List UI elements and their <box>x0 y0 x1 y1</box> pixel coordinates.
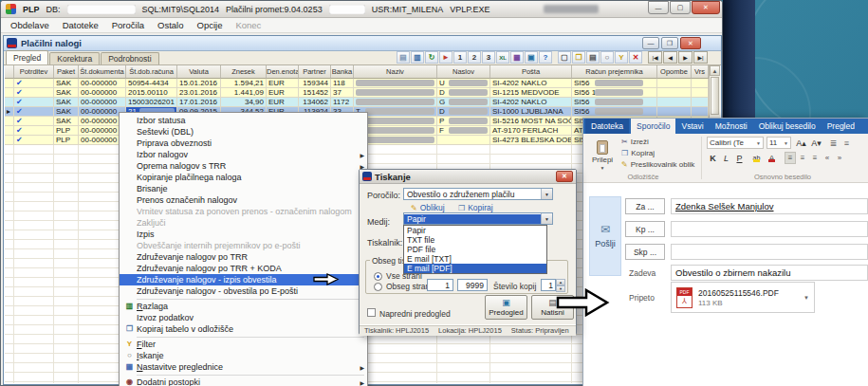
spin-up-icon[interactable]: ▲ <box>556 279 565 285</box>
new-record-icon[interactable]: ▢ <box>558 51 571 64</box>
menu-item-obve-anje-internih-prejemnikov-p[interactable]: Obveščanje internih prejemnikov po e-poš… <box>120 240 367 251</box>
email-tab-datoteka[interactable]: Datoteka <box>585 119 629 134</box>
print-preview-icon[interactable]: ▥ <box>411 51 424 64</box>
check-icon[interactable]: ✔ <box>16 107 23 116</box>
send-button[interactable]: ✉ Pošlji <box>589 196 621 276</box>
range-to-input[interactable]: 9999 <box>457 279 488 291</box>
child-close-button[interactable]: ✕ <box>680 37 701 49</box>
email-tab-sporo-ilo[interactable]: Sporočilo <box>631 119 675 134</box>
scroll-up-icon[interactable]: ▲ <box>710 65 720 76</box>
format-painter-button[interactable]: ✎ Preslikovalnik oblik <box>621 160 694 169</box>
check-icon[interactable]: ✔ <box>16 98 23 106</box>
tab-korektura[interactable]: Korektura <box>49 52 100 64</box>
menu-item-razlaga[interactable]: ▥Razlaga▶ <box>120 301 367 312</box>
filter-2-button[interactable]: 2 <box>468 51 481 64</box>
menu-item-kopiranje-pla-ilnega-naloga[interactable]: Kopiranje plačilnega naloga <box>120 172 367 183</box>
monitor-icon[interactable]: ▣ <box>525 51 538 64</box>
menubar-item-obdelave[interactable]: Obdelave <box>5 19 55 31</box>
chevron-down-icon[interactable]: ▼ <box>803 295 809 301</box>
to-field[interactable]: Zdenka Selšek Manjulov <box>671 198 868 214</box>
print-dialog-titlebar[interactable]: Tiskanje ✕ <box>360 170 576 184</box>
media-combobox[interactable]: Papir ▼ <box>403 212 553 225</box>
media-option-e-mail-pdf[interactable]: E mail [PDF] <box>404 264 546 273</box>
email-tab-oblikuj-besedilo[interactable]: Oblikuj besedilo <box>753 119 822 134</box>
menu-item-izbor-statusa[interactable]: Izbor statusa <box>120 115 367 126</box>
cc-button[interactable]: Kp ... <box>625 221 665 237</box>
align-center-icon[interactable]: ≡ <box>797 152 808 164</box>
email-tab-mo-nosti[interactable]: Možnosti <box>710 119 753 134</box>
scrollbar-thumb[interactable] <box>711 77 719 115</box>
email-tab-vstavi[interactable]: Vstavi <box>675 119 709 134</box>
menu-item-nastavitve-preglednice[interactable]: ▦Nastavitve preglednice▶ <box>120 361 367 373</box>
menu-item-se-tevki-dbl[interactable]: Seštevki (DBL) <box>120 126 367 138</box>
chart-icon[interactable]: ▦ <box>510 51 524 64</box>
check-icon[interactable]: ✔ <box>16 88 23 97</box>
table-row[interactable]: ✔SAK00-0000001500302620117.01.201634,90E… <box>5 98 709 107</box>
menu-item-kopiraj-tabelo-v-odlo-i-e[interactable]: ❒Kopiraj tabelo v odložišče <box>120 323 367 335</box>
menu-item-zdru-evanje-nalogov-obvestila-po[interactable]: Združevanje nalogov - obvestila po E-poš… <box>120 285 367 297</box>
bcc-field[interactable] <box>671 244 868 260</box>
menu-item-vrnitev-statusa-za-ponoven-preno[interactable]: Vrnitev statusa za ponoven prenos - ozna… <box>120 206 367 217</box>
menubar-item-ostalo[interactable]: Ostalo <box>152 19 189 31</box>
column-header-naziv[interactable]: Naziv <box>354 65 437 79</box>
column-header-sel[interactable] <box>5 65 14 79</box>
column-header-paket[interactable]: Paket <box>54 65 79 79</box>
attachment-chip[interactable]: PDF ⅄ 20160525115546.PDF 113 KB ▼ <box>671 282 815 313</box>
close-button[interactable]: ✕ <box>692 1 720 14</box>
grow-font-icon[interactable]: A▴ <box>795 137 807 149</box>
menu-item-zdru-evanje-nalogov-po-trr[interactable]: Združevanje nalogov po TRR <box>120 251 367 263</box>
italic-button[interactable]: L <box>720 152 732 164</box>
copy-button[interactable]: ❒ Kopiraj <box>621 149 655 157</box>
nav-last-button[interactable]: ▶| <box>693 51 708 64</box>
media-option-papir[interactable]: Papir <box>404 226 546 235</box>
bold-button[interactable]: K <box>707 152 719 164</box>
align-left-icon[interactable]: ≡ <box>785 152 796 164</box>
media-option-e-mail-txt[interactable]: E mail [TXT] <box>404 254 546 264</box>
font-name-combobox[interactable]: Calibri (Te ▼ <box>707 137 764 149</box>
child-restore-button[interactable]: ❐ <box>661 37 678 49</box>
minimize-button[interactable]: — <box>648 1 669 14</box>
align-right-icon[interactable]: ≡ <box>809 152 821 164</box>
open-icon[interactable]: ❒ <box>572 51 585 64</box>
filter-funnel-icon[interactable]: Y <box>615 51 628 64</box>
copy-link[interactable]: ❒ Kopiraj <box>458 203 493 212</box>
table-row[interactable]: ✔SAK00-0000002015.0011023.01.20161.441,0… <box>5 88 709 98</box>
menu-item-prenos-ozna-enih-nalogov[interactable]: Prenos označenih nalogov▶ <box>120 194 367 206</box>
format-link[interactable]: ✎ Oblikuj <box>411 203 445 212</box>
menu-item-iskanje[interactable]: ○Iskanje <box>120 350 367 361</box>
column-header-vrs[interactable]: Vrs <box>692 65 709 79</box>
column-header-racun[interactable]: Račun prejemnika <box>572 65 657 79</box>
menu-item-izvoz-podatkov[interactable]: Izvoz podatkov <box>120 312 367 323</box>
advanced-preview-checkbox[interactable] <box>367 308 376 317</box>
subject-field[interactable]: Obvestilo o zbirnem nakazilu <box>671 265 868 281</box>
report-combobox[interactable]: Obvestilo o združenem plačilu ▼ <box>403 188 553 200</box>
refresh-icon[interactable]: ↻ <box>425 51 438 64</box>
app-titlebar[interactable]: PLP DB: SQL:MIT9\SQL2014 Plačilni promet… <box>1 1 722 18</box>
menu-item-izpis[interactable]: Izpis▶ <box>120 229 367 240</box>
column-header-opombe[interactable]: Opombe <box>657 65 692 79</box>
check-icon[interactable]: ✔ <box>16 126 23 135</box>
select-row-icon[interactable]: ► <box>439 51 452 64</box>
column-header-valuta[interactable]: Valuta <box>177 65 221 79</box>
column-header-znesek[interactable]: Znesek <box>221 65 267 79</box>
cc-field[interactable] <box>671 221 868 237</box>
page-range-radio[interactable]: Obseg strani <box>374 282 432 291</box>
media-option-pdf-file[interactable]: PDF file <box>404 245 546 254</box>
font-size-combobox[interactable]: 11 ▼ <box>766 137 791 149</box>
menubar-item-opcije[interactable]: Opcije <box>192 19 229 31</box>
shrink-font-icon[interactable]: A▾ <box>810 137 822 149</box>
child-titlebar[interactable]: Plačilni nalogi — ❐ ✕ <box>4 36 721 51</box>
column-header-banka[interactable]: Banka <box>331 65 354 79</box>
bcc-button[interactable]: Skp ... <box>625 244 665 260</box>
nav-first-button[interactable]: |◀ <box>648 51 662 64</box>
indent-increase-icon[interactable]: » <box>834 152 845 164</box>
menu-item-priprava-obveznosti[interactable]: Priprava obveznosti <box>120 138 367 149</box>
clear-filter-icon[interactable]: ✕ <box>629 51 642 64</box>
menu-item-filter[interactable]: YFilter <box>120 339 367 350</box>
filter-3-button[interactable]: 3 <box>482 51 495 64</box>
check-icon[interactable]: ✔ <box>16 117 23 125</box>
chevron-down-icon[interactable]: ▼ <box>541 189 552 199</box>
menu-item-oprema-nalogov-s-trr[interactable]: Oprema nalogov s TRR▶ <box>120 160 367 172</box>
column-header-partner[interactable]: Partner <box>299 65 331 79</box>
excel-export-icon[interactable]: XL <box>496 51 509 64</box>
